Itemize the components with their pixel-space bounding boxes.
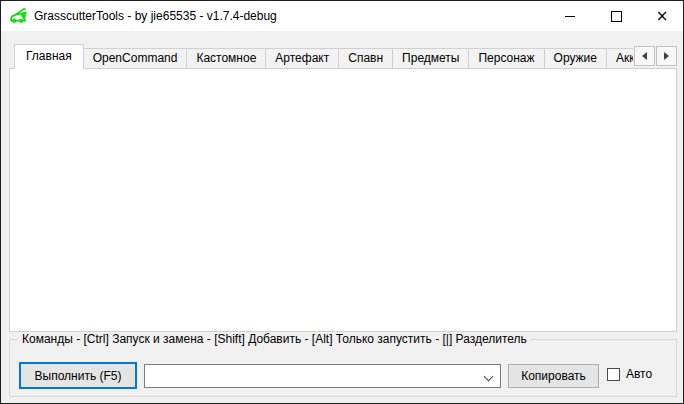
tab-weapon[interactable]: Оружие <box>544 48 607 69</box>
tab-strip: Главная OpenCommand Кастомное Артефакт С… <box>14 44 633 69</box>
window-title: GrasscutterTools - by jie65535 - v1.7.4-… <box>34 1 277 31</box>
tab-home[interactable]: Главная <box>14 44 84 69</box>
close-icon: × <box>656 9 669 24</box>
car-icon <box>10 8 27 24</box>
tab-character[interactable]: Персонаж <box>468 48 544 69</box>
tab-spawn[interactable]: Спавн <box>338 48 393 69</box>
commands-group-title: Команды - [Ctrl] Запуск и замена - [Shif… <box>18 332 531 346</box>
tab-opencommand[interactable]: OpenCommand <box>83 48 188 69</box>
tab-items[interactable]: Предметы <box>392 48 469 69</box>
title-bar[interactable]: GrasscutterTools - by jie65535 - v1.7.4-… <box>1 1 683 31</box>
maximize-button[interactable] <box>593 1 639 31</box>
tab-scroll-buttons <box>633 46 677 66</box>
home-tab-page <box>9 68 677 332</box>
close-button[interactable]: × <box>639 1 684 31</box>
minimize-button[interactable] <box>547 1 593 31</box>
tab-artifact[interactable]: Артефакт <box>265 48 339 69</box>
tab-scroll-left-button[interactable] <box>634 46 655 66</box>
maximize-icon <box>611 11 622 22</box>
tab-scroll-right-button[interactable] <box>656 46 677 66</box>
tab-account[interactable]: Аккаунт <box>606 48 633 69</box>
minimize-icon <box>565 16 575 17</box>
tab-scroll-right-icon <box>664 52 669 60</box>
tab-scroll-left-icon <box>642 52 647 60</box>
tab-custom[interactable]: Кастомное <box>186 48 266 69</box>
app-window: GrasscutterTools - by jie65535 - v1.7.4-… <box>0 0 684 404</box>
commands-group: Команды - [Ctrl] Запуск и замена - [Shif… <box>9 339 677 397</box>
